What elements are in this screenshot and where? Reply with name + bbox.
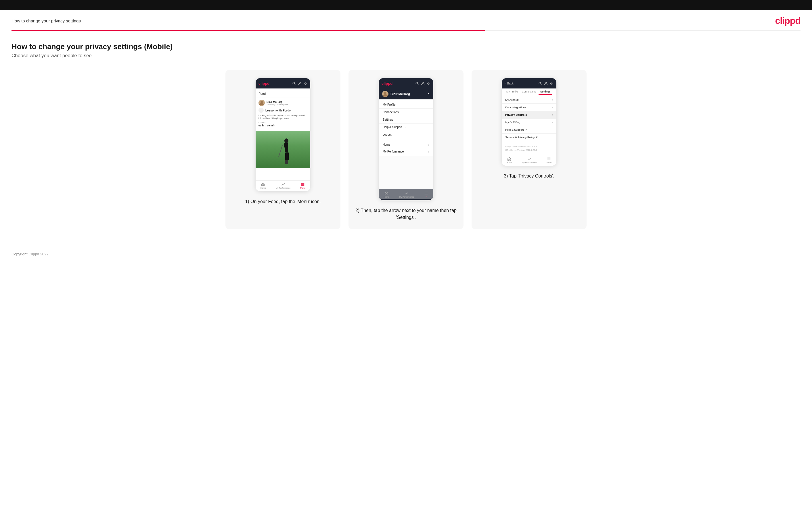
svg-point-0: [293, 82, 295, 84]
phone-3-tab-performance: My Performance: [522, 157, 537, 163]
svg-rect-9: [287, 152, 289, 160]
privacycontrols-label: Privacy Controls: [505, 113, 527, 116]
menu-section-performance[interactable]: My Performance ∨: [383, 148, 429, 155]
mygolfbag-arrow: ›: [552, 121, 553, 124]
svg-rect-11: [287, 160, 288, 164]
dataintegrations-label: Data Integrations: [505, 106, 526, 109]
phone-tab-menu[interactable]: Menu: [300, 182, 305, 189]
search-icon: [292, 81, 296, 85]
tab-3-menu-label: Menu: [546, 161, 552, 163]
phone-3-tab-menu[interactable]: Menu: [546, 157, 552, 163]
svg-point-2: [299, 82, 301, 83]
menu-item-settings[interactable]: Settings: [379, 116, 433, 123]
feed-lesson-title: Lesson with Fordy: [265, 109, 291, 112]
svg-rect-12: [285, 160, 287, 164]
serviceprivacy-label: Service & Privacy Policy ↗: [505, 135, 538, 139]
menu-label-connections: Connections: [383, 111, 399, 114]
back-button[interactable]: < Back: [505, 82, 513, 85]
svg-point-19: [422, 82, 423, 83]
page-subheading: Choose what you want people to see: [11, 53, 801, 59]
chevron-home: ∨: [427, 143, 429, 146]
svg-point-20: [428, 83, 429, 83]
menu-items: My Profile Connections Settings Help & S…: [379, 99, 433, 140]
step-2-caption: 2) Then, tap the arrow next to your name…: [355, 207, 457, 221]
svg-point-22: [384, 92, 387, 94]
svg-point-17: [416, 82, 418, 84]
feed-user-meta: Yesterday · Sunningdale: [266, 103, 289, 105]
settings-back-bar: < Back: [502, 78, 556, 89]
settings-row-myaccount[interactable]: My Account ›: [502, 96, 556, 104]
dataintegrations-arrow: ›: [552, 106, 553, 109]
feed-tab-bar: Feed: [256, 89, 310, 97]
feed-post: Blair McHarg Yesterday · Sunningdale Les…: [256, 97, 310, 131]
step-3-phone: < Back My Profile: [502, 78, 556, 166]
settings-row-dataintegrations[interactable]: Data Integrations ›: [502, 104, 556, 111]
menu-item-connections[interactable]: Connections: [379, 109, 433, 116]
search-icon-3: [538, 81, 542, 85]
search-icon-2: [415, 81, 419, 85]
svg-point-26: [539, 82, 541, 84]
feed-user-name: Blair McHarg: [266, 101, 289, 103]
settings-tabs: My Profile Connections Settings: [502, 89, 556, 95]
copyright-text: Copyright Clippd 2022: [11, 252, 49, 256]
mygolfbag-label: My Golf Bag: [505, 121, 520, 124]
tab-connections[interactable]: Connections: [520, 89, 538, 95]
svg-line-27: [541, 84, 542, 85]
settings-row-serviceprivacy[interactable]: Service & Privacy Policy ↗: [502, 133, 556, 141]
menu-item-logout[interactable]: Logout: [379, 131, 433, 138]
feed-tab-label: Feed: [258, 92, 266, 95]
tab-3-performance-label: My Performance: [522, 161, 537, 163]
step-1-caption: 1) On your Feed, tap the 'Menu' icon.: [245, 198, 320, 205]
feed-user-info: Blair McHarg Yesterday · Sunningdale: [266, 101, 289, 105]
svg-line-18: [417, 84, 418, 85]
settings-list: My Account › Data Integrations › Privacy…: [502, 95, 556, 142]
settings-icon: [303, 81, 307, 85]
privacycontrols-arrow: ›: [552, 113, 553, 116]
step-1-card: clippd: [225, 70, 341, 229]
phone-3-tab-home: Home: [507, 157, 512, 163]
menu-label-settings: Settings: [383, 118, 393, 121]
top-bar: [0, 0, 812, 10]
step-3-card: < Back My Profile: [471, 70, 587, 229]
feed-user-row: Blair McHarg Yesterday · Sunningdale: [258, 100, 307, 106]
menu-chevron-up: ∧: [427, 92, 430, 96]
settings-row-mygolfbag[interactable]: My Golf Bag ›: [502, 119, 556, 126]
user-icon: [298, 81, 302, 85]
phone-3-bottom-bar: Home My Performance Menu: [502, 155, 556, 166]
myaccount-label: My Account: [505, 98, 519, 101]
step-1-phone: clippd: [256, 78, 310, 191]
steps-container: clippd: [11, 70, 801, 229]
phone-1-navbar: clippd: [256, 78, 310, 89]
menu-overlay: Blair McHarg ∧ My Profile Connections: [379, 89, 433, 156]
tab-menu-label: Menu: [300, 187, 305, 189]
settings-row-privacycontrols[interactable]: Privacy Controls ›: [502, 111, 556, 119]
menu-bottom-sections: Home ∨ My Performance ∨: [379, 140, 433, 156]
phone-1-icons: [292, 81, 307, 85]
golfer-figure: [277, 137, 295, 168]
tab-settings[interactable]: Settings: [539, 89, 552, 95]
svg-point-28: [545, 82, 547, 83]
menu-section-home[interactable]: Home ∨: [383, 141, 429, 148]
menu-section-home-label: Home: [383, 143, 391, 146]
tab-home-label: Home: [260, 187, 266, 189]
step-3-caption: 3) Tap 'Privacy Controls'.: [504, 173, 554, 179]
menu-user-avatar: [382, 91, 389, 97]
svg-line-13: [278, 145, 283, 157]
phone-2-logo: clippd: [382, 81, 393, 86]
menu-item-myprofile[interactable]: My Profile: [379, 101, 433, 109]
settings-version: Clippd Client Version: 2022.8.3-3 GQL Se…: [502, 142, 556, 155]
settings-row-helpsupport[interactable]: Help & Support ↗: [502, 126, 556, 133]
svg-point-5: [260, 101, 263, 103]
phone-1-content: Feed Blair Mc: [256, 89, 310, 180]
feed-avatar: [258, 100, 265, 106]
header: How to change your privacy settings clip…: [0, 10, 812, 30]
step-2-phone: clippd: [379, 78, 433, 200]
menu-item-help[interactable]: Help & Support ↗: [379, 123, 433, 131]
user-icon-2: [421, 81, 425, 85]
phone-1-logo: clippd: [258, 81, 269, 86]
tab-myprofile[interactable]: My Profile: [505, 89, 519, 95]
phone-1-bottom-bar: Home My Performance Menu: [256, 180, 310, 191]
myaccount-arrow: ›: [552, 98, 553, 101]
svg-point-3: [305, 83, 306, 83]
lesson-icon: [258, 108, 264, 113]
